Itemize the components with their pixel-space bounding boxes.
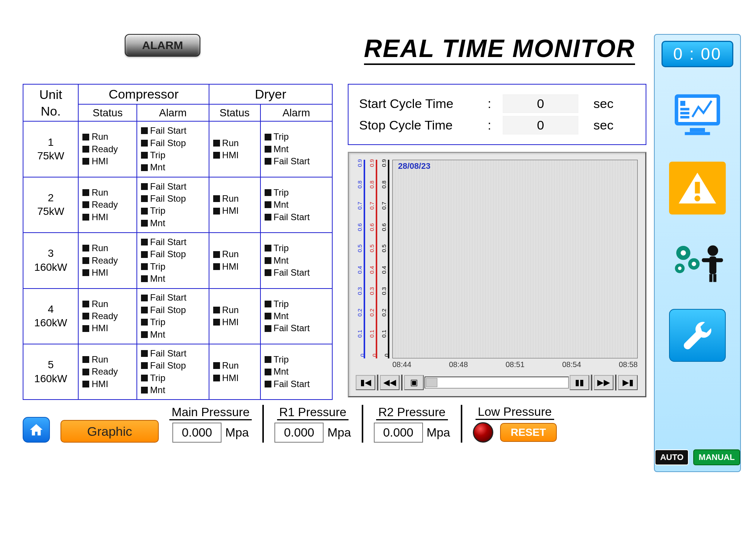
status-text: Trip [150, 205, 165, 217]
home-button[interactable] [23, 417, 50, 443]
status-text: Mnt [150, 329, 165, 341]
status-text: Fail Start [274, 267, 310, 279]
stop-cycle-value[interactable]: 0 [503, 116, 578, 134]
status-indicator [82, 214, 89, 221]
status-text: Trip [150, 316, 165, 328]
auto-mode-button[interactable]: AUTO [655, 449, 689, 465]
status-text: Run [222, 137, 239, 149]
unit-status-table: UnitNo. Compressor Dryer Status Alarm St… [23, 84, 333, 400]
status-text: Mnt [274, 255, 289, 267]
manual-mode-button[interactable]: MANUAL [693, 449, 740, 465]
table-row: 3160kWRunReadyHMIFail StartFail StopTrip… [23, 233, 332, 288]
unit-no: 3160kW [23, 233, 78, 288]
status-text: Fail Stop [150, 248, 186, 260]
svg-point-17 [708, 245, 718, 256]
chart-stop-button[interactable]: ▣ [404, 375, 424, 390]
status-text: Run [222, 193, 239, 205]
chart-pause-button[interactable]: ▮▮ [570, 375, 589, 390]
status-text: HMI [91, 267, 108, 279]
svg-rect-3 [685, 132, 710, 135]
comp-alarm-cell: Fail StartFail StopTripMnt [137, 177, 209, 233]
alarm-button[interactable]: ALARM [125, 34, 200, 57]
status-indicator [141, 307, 148, 313]
chart-forward-button[interactable]: ▶▶ [594, 375, 613, 390]
status-indicator [141, 295, 148, 301]
main-pressure-value: 0.000 [172, 423, 222, 443]
svg-point-12 [681, 250, 686, 256]
svg-rect-19 [702, 258, 712, 262]
status-text: Ready [91, 310, 118, 322]
chart-x-ticks: 08:4408:4808:5108:5408:58 [392, 360, 638, 369]
status-indicator [82, 301, 89, 307]
comp-status-cell: RunReadyHMI [78, 233, 137, 288]
status-indicator [82, 158, 89, 165]
status-indicator [141, 387, 148, 394]
status-indicator [82, 201, 89, 208]
status-text: HMI [91, 155, 108, 167]
chart-rewind-button[interactable]: ◀◀ [380, 375, 400, 390]
chart-first-button[interactable]: ▮◀ [356, 375, 375, 390]
svg-rect-6 [680, 112, 689, 114]
chart-last-button[interactable]: ▶▮ [618, 375, 638, 390]
status-text: Trip [150, 149, 165, 161]
status-text: Fail Stop [150, 137, 186, 149]
status-text: Mnt [150, 161, 165, 173]
x-tick: 08:54 [562, 360, 581, 369]
chart-scrollbar[interactable] [424, 377, 569, 389]
table-row: 275kWRunReadyHMIFail StartFail StopTripM… [23, 177, 332, 233]
status-text: Trip [274, 353, 289, 366]
status-indicator [82, 189, 89, 196]
status-text: HMI [91, 211, 108, 223]
status-indicator [141, 319, 148, 326]
start-cycle-value[interactable]: 0 [503, 94, 578, 113]
sidebar-settings-button[interactable] [671, 237, 724, 286]
sidebar-maintenance-button[interactable] [669, 309, 726, 362]
status-text: Fail Start [274, 211, 310, 223]
status-text: Mnt [274, 199, 289, 211]
status-indicator [265, 269, 271, 276]
chart-date: 28/08/23 [398, 161, 431, 171]
dry-status-cell: RunHMI [209, 177, 260, 233]
comp-status-cell: RunReadyHMI [78, 344, 137, 400]
dry-status-cell: RunHMI [209, 233, 260, 288]
comp-status-cell: RunReadyHMI [78, 177, 137, 233]
sidebar-alarm-button[interactable] [669, 162, 726, 215]
status-indicator [265, 146, 271, 153]
svg-rect-7 [680, 116, 689, 119]
table-row: 4160kWRunReadyHMIFail StartFail StopTrip… [23, 289, 332, 344]
status-text: Trip [150, 261, 165, 273]
sidebar-monitor-button[interactable] [671, 90, 724, 139]
status-text: Trip [150, 372, 165, 384]
status-indicator [213, 152, 220, 159]
status-text: Fail Start [150, 347, 186, 360]
r1-pressure-label: R1 Pressure [277, 405, 349, 420]
status-indicator [265, 214, 271, 221]
status-text: Run [222, 304, 239, 316]
reset-button[interactable]: RESET [500, 423, 557, 442]
status-text: Ready [91, 199, 118, 211]
dry-status-cell: RunHMI [209, 344, 260, 400]
svg-rect-4 [680, 101, 685, 106]
status-text: Run [91, 353, 108, 366]
dry-alarm-cell: TripMntFail Start [260, 177, 333, 233]
gears-person-icon [671, 237, 724, 286]
dry-alarm-cell: TripMntFail Start [260, 233, 333, 288]
monitor-chart-icon [671, 92, 724, 137]
svg-rect-20 [715, 258, 723, 262]
status-indicator [141, 195, 148, 202]
status-text: Mnt [150, 217, 165, 229]
svg-rect-2 [690, 128, 705, 132]
r2-pressure-unit: Mpa [427, 426, 450, 440]
status-indicator [265, 158, 271, 165]
status-text: Fail Stop [150, 304, 186, 316]
clock-display: 0 : 00 [662, 41, 733, 67]
status-text: Trip [274, 131, 289, 143]
status-indicator [82, 356, 89, 363]
dry-status-cell: RunHMI [209, 121, 260, 177]
status-indicator [82, 269, 89, 276]
status-indicator [213, 375, 220, 381]
x-tick: 08:51 [505, 360, 524, 369]
comp-status-cell: RunReadyHMI [78, 121, 137, 177]
status-indicator [265, 189, 271, 196]
graphic-button[interactable]: Graphic [60, 420, 159, 443]
